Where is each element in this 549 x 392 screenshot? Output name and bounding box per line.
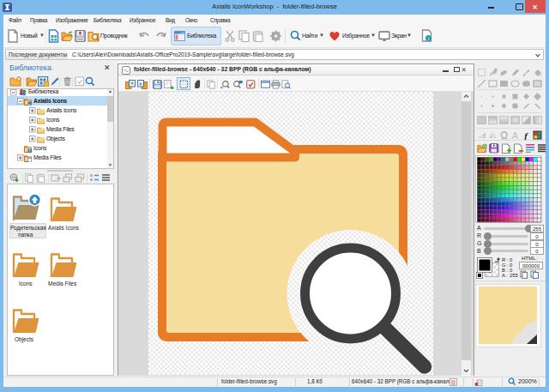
svg-text:A: A bbox=[512, 130, 519, 140]
svg-text:f: f bbox=[524, 130, 528, 140]
svg-text:i: i bbox=[29, 148, 30, 153]
